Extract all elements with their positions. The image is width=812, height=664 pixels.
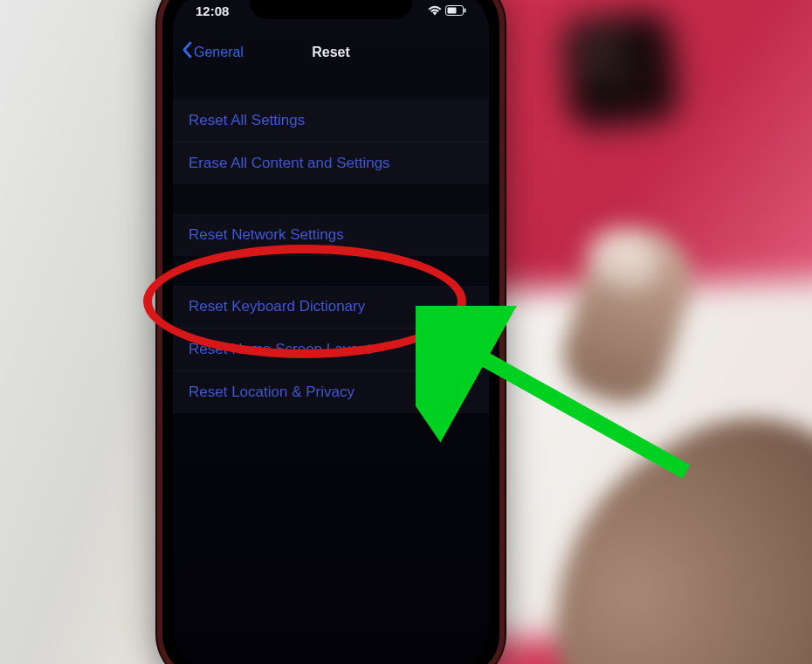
svg-rect-1 <box>448 7 457 13</box>
row-label: Erase All Content and Settings <box>189 155 390 171</box>
navigation-header: General Reset <box>173 33 489 72</box>
back-button[interactable]: General <box>182 41 244 64</box>
wifi-icon <box>428 3 442 18</box>
reset-network-settings-row[interactable]: Reset Network Settings <box>173 214 489 256</box>
settings-reset-list: Reset All Settings Erase All Content and… <box>173 100 489 443</box>
row-label: Reset Location & Privacy <box>189 384 354 400</box>
phone-frame: 12:08 General Reset Res <box>157 0 505 664</box>
erase-all-content-row[interactable]: Erase All Content and Settings <box>173 142 489 184</box>
back-label: General <box>194 45 244 60</box>
status-time: 12:08 <box>196 3 229 18</box>
phone-screen: 12:08 General Reset Res <box>173 0 489 664</box>
page-title: Reset <box>312 45 350 60</box>
phone-notch <box>250 0 412 19</box>
list-group-1: Reset All Settings Erase All Content and… <box>173 100 489 184</box>
row-label: Reset Keyboard Dictionary <box>189 298 365 315</box>
reset-keyboard-dictionary-row[interactable]: Reset Keyboard Dictionary <box>173 286 489 329</box>
row-label: Reset Network Settings <box>189 226 344 243</box>
row-label: Reset Home Screen Layout <box>189 341 371 357</box>
list-group-2: Reset Network Settings <box>173 214 489 256</box>
reset-all-settings-row[interactable]: Reset All Settings <box>173 100 489 142</box>
chevron-left-icon <box>182 41 192 64</box>
battery-icon <box>445 3 466 18</box>
row-label: Reset All Settings <box>189 112 305 128</box>
reset-location-privacy-row[interactable]: Reset Location & Privacy <box>173 371 489 413</box>
svg-rect-2 <box>464 8 466 12</box>
reset-home-screen-layout-row[interactable]: Reset Home Screen Layout <box>173 329 489 371</box>
list-group-3: Reset Keyboard Dictionary Reset Home Scr… <box>173 286 489 413</box>
